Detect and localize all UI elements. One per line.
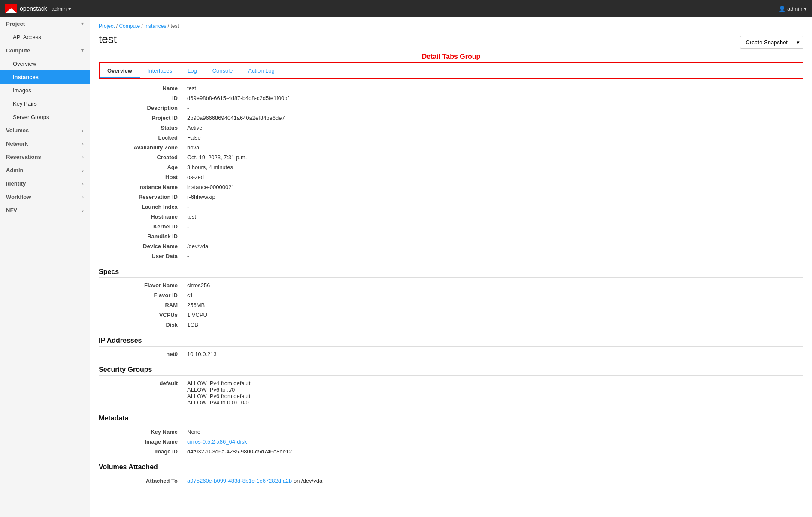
table-row: Launch Index - bbox=[99, 202, 803, 212]
table-row: Host os-zed bbox=[99, 172, 803, 182]
table-row: net0 10.10.0.213 bbox=[99, 349, 803, 359]
dropdown-arrow-icon: ▾ bbox=[797, 39, 800, 46]
breadcrumb: Project / Compute / Instances / test bbox=[90, 17, 812, 33]
user-icon: 👤 bbox=[779, 6, 787, 12]
label-ramdisk-id: Ramdisk ID bbox=[99, 231, 185, 241]
table-row: Hostname test bbox=[99, 212, 803, 222]
table-row: Kernel ID - bbox=[99, 222, 803, 231]
admin-menu[interactable]: admin ▾ bbox=[52, 6, 71, 12]
label-image-name: Image Name bbox=[99, 437, 185, 447]
value-age: 3 hours, 4 minutes bbox=[185, 162, 803, 172]
label-disk: Disk bbox=[99, 320, 185, 330]
label-attached-to: Attached To bbox=[99, 476, 185, 486]
volumes-attached-section-title: Volumes Attached bbox=[99, 463, 803, 473]
value-image-name: cirros-0.5.2-x86_64-disk bbox=[185, 437, 803, 447]
label-name: Name bbox=[99, 83, 185, 93]
breadcrumb-current: test bbox=[170, 23, 179, 29]
user-menu[interactable]: 👤 admin ▾ bbox=[779, 6, 807, 12]
sidebar-identity-header[interactable]: Identity › bbox=[0, 177, 90, 190]
create-snapshot-button[interactable]: Create Snapshot bbox=[740, 36, 793, 49]
label-id: ID bbox=[99, 93, 185, 103]
sidebar-item-api-access[interactable]: API Access bbox=[0, 30, 90, 44]
label-availability-zone: Availability Zone bbox=[99, 143, 185, 152]
value-locked: False bbox=[185, 133, 803, 143]
sidebar-reservations-header[interactable]: Reservations › bbox=[0, 150, 90, 164]
value-availability-zone: nova bbox=[185, 143, 803, 152]
sidebar-item-instances[interactable]: Instances bbox=[0, 70, 90, 84]
breadcrumb-project[interactable]: Project bbox=[99, 23, 115, 29]
security-groups-table: default ALLOW IPv4 from default ALLOW IP… bbox=[99, 378, 803, 408]
breadcrumb-instances[interactable]: Instances bbox=[144, 23, 166, 29]
value-kernel-id: - bbox=[185, 222, 803, 231]
table-row: Reservation ID r-6hhwwxip bbox=[99, 192, 803, 202]
table-row: Age 3 hours, 4 minutes bbox=[99, 162, 803, 172]
image-name-link[interactable]: cirros-0.5.2-x86_64-disk bbox=[187, 438, 247, 445]
attached-volume-link[interactable]: a975260e-b099-483d-8b1c-1e67282dfa2b bbox=[187, 477, 292, 484]
project-chevron-icon: ▾ bbox=[81, 21, 84, 27]
openstack-logo-icon bbox=[5, 4, 17, 13]
network-chevron-icon: › bbox=[82, 141, 84, 146]
table-row: Project ID 2b90a96668694041a640a2ef84be6… bbox=[99, 113, 803, 123]
value-ram: 256MB bbox=[185, 300, 803, 310]
sidebar-compute-header[interactable]: Compute ▾ bbox=[0, 44, 90, 57]
attached-device: /dev/vda bbox=[301, 477, 322, 484]
sidebar-network-header[interactable]: Network › bbox=[0, 137, 90, 150]
label-ram: RAM bbox=[99, 300, 185, 310]
sidebar-item-server-groups[interactable]: Server Groups bbox=[0, 110, 90, 124]
breadcrumb-compute[interactable]: Compute bbox=[119, 23, 140, 29]
label-host: Host bbox=[99, 172, 185, 182]
table-row: Image Name cirros-0.5.2-x86_64-disk bbox=[99, 437, 803, 447]
label-sg-default: default bbox=[99, 378, 185, 408]
label-device-name: Device Name bbox=[99, 241, 185, 251]
tab-console[interactable]: Console bbox=[205, 63, 241, 78]
sidebar-workflow-header[interactable]: Workflow › bbox=[0, 190, 90, 204]
label-key-name: Key Name bbox=[99, 427, 185, 437]
workflow-chevron-icon: › bbox=[82, 195, 84, 200]
label-vcpus: VCPUs bbox=[99, 310, 185, 320]
label-instance-name: Instance Name bbox=[99, 182, 185, 192]
security-groups-section-title: Security Groups bbox=[99, 366, 803, 376]
value-ramdisk-id: - bbox=[185, 231, 803, 241]
label-image-id: Image ID bbox=[99, 447, 185, 456]
table-row: RAM 256MB bbox=[99, 300, 803, 310]
sidebar-item-key-pairs[interactable]: Key Pairs bbox=[0, 97, 90, 110]
label-description: Description bbox=[99, 103, 185, 113]
label-flavor-name: Flavor Name bbox=[99, 280, 185, 290]
table-row: Flavor Name cirros256 bbox=[99, 280, 803, 290]
sidebar-nfv-header[interactable]: NFV › bbox=[0, 204, 90, 217]
label-net0: net0 bbox=[99, 349, 185, 359]
value-id: d69e98b8-6615-4d87-b4d8-c2d5fe1f00bf bbox=[185, 93, 803, 103]
metadata-section-title: Metadata bbox=[99, 414, 803, 424]
label-hostname: Hostname bbox=[99, 212, 185, 222]
value-host: os-zed bbox=[185, 172, 803, 182]
sidebar-item-images[interactable]: Images bbox=[0, 84, 90, 97]
table-row: Status Active bbox=[99, 123, 803, 133]
topbar: openstack admin ▾ 👤 admin ▾ bbox=[0, 0, 812, 17]
table-row: ID d69e98b8-6615-4d87-b4d8-c2d5fe1f00bf bbox=[99, 93, 803, 103]
tab-overview[interactable]: Overview bbox=[100, 63, 140, 78]
attached-on-text: on bbox=[294, 477, 301, 484]
tab-log[interactable]: Log bbox=[180, 63, 205, 78]
table-row: User Data - bbox=[99, 251, 803, 261]
table-row: Image ID d4f93270-3d6a-4285-9800-c5d746e… bbox=[99, 447, 803, 456]
tab-action-log[interactable]: Action Log bbox=[240, 63, 282, 78]
value-status: Active bbox=[185, 123, 803, 133]
tab-interfaces[interactable]: Interfaces bbox=[140, 63, 180, 78]
sidebar-volumes-header[interactable]: Volumes › bbox=[0, 124, 90, 137]
create-snapshot-dropdown-button[interactable]: ▾ bbox=[793, 36, 803, 49]
sidebar-item-overview[interactable]: Overview bbox=[0, 57, 90, 70]
label-launch-index: Launch Index bbox=[99, 202, 185, 212]
detail-tabs: Overview Interfaces Log Console Action L… bbox=[99, 62, 803, 79]
value-sg-default: ALLOW IPv4 from default ALLOW IPv6 to ::… bbox=[185, 378, 803, 408]
value-device-name: /dev/vda bbox=[185, 241, 803, 251]
value-attached-to: a975260e-b099-483d-8b1c-1e67282dfa2b on … bbox=[185, 476, 803, 486]
page-title: test bbox=[99, 33, 117, 46]
instance-info-table: Name test ID d69e98b8-6615-4d87-b4d8-c2d… bbox=[99, 83, 803, 261]
sidebar-admin-header[interactable]: Admin › bbox=[0, 164, 90, 177]
table-row: Flavor ID c1 bbox=[99, 290, 803, 300]
volumes-chevron-icon: › bbox=[82, 128, 84, 133]
label-status: Status bbox=[99, 123, 185, 133]
logo[interactable]: openstack bbox=[5, 4, 47, 13]
specs-section-title: Specs bbox=[99, 268, 803, 278]
sidebar-project-header[interactable]: Project ▾ bbox=[0, 17, 90, 30]
